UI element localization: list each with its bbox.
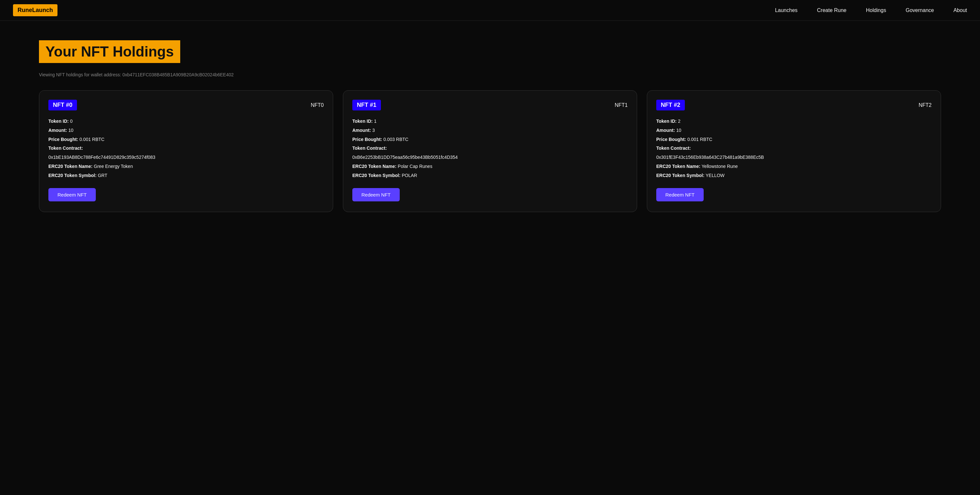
nft-card-0: NFT #0 NFT0 Token ID: 0 Amount: 10 Price…: [39, 90, 333, 212]
redeem-button-0[interactable]: Redeem NFT: [48, 188, 96, 201]
price-bought-1: Price Bought: 0.003 RBTC: [352, 136, 628, 143]
card-body-1: Token ID: 1 Amount: 3 Price Bought: 0.00…: [352, 118, 628, 180]
card-header-2: NFT #2 NFT2: [656, 100, 932, 110]
nav-link-create-rune[interactable]: Create Rune: [817, 8, 846, 13]
navbar: RuneLaunch LaunchesCreate RuneHoldingsGo…: [0, 0, 980, 21]
token-contract-label-1: Token Contract:: [352, 145, 628, 152]
erc20-symbol-2: ERC20 Token Symbol: YELLOW: [656, 172, 932, 180]
token-id-0: Token ID: 0: [48, 118, 324, 126]
token-contract-label-0: Token Contract:: [48, 145, 324, 152]
card-header-1: NFT #1 NFT1: [352, 100, 628, 110]
nft-badge-1: NFT #1: [352, 100, 381, 110]
token-id-2: Token ID: 2: [656, 118, 932, 126]
erc20-name-0: ERC20 Token Name: Gree Energy Token: [48, 163, 324, 170]
card-body-0: Token ID: 0 Amount: 10 Price Bought: 0.0…: [48, 118, 324, 180]
nft-label-2: NFT2: [919, 102, 932, 108]
redeem-button-1[interactable]: Redeem NFT: [352, 188, 400, 201]
nav-link-holdings[interactable]: Holdings: [866, 8, 886, 13]
redeem-button-2[interactable]: Redeem NFT: [656, 188, 704, 201]
erc20-symbol-0: ERC20 Token Symbol: GRT: [48, 172, 324, 180]
nav-link-launches[interactable]: Launches: [775, 8, 797, 13]
nav-link-about[interactable]: About: [953, 8, 967, 13]
main-content: Your NFT Holdings Viewing NFT holdings f…: [0, 21, 980, 232]
brand-logo[interactable]: RuneLaunch: [13, 4, 57, 16]
erc20-symbol-1: ERC20 Token Symbol: POLAR: [352, 172, 628, 180]
token-contract-1: 0xB6e2253bB1DD75eaa56c95be43Bb5051fc4D35…: [352, 154, 628, 161]
token-contract-0: 0x1bE193AB8Dc788Fe6c74491D829c359c5274f0…: [48, 154, 324, 161]
nav-link-governance[interactable]: Governance: [906, 8, 934, 13]
page-title: Your NFT Holdings: [39, 40, 180, 63]
nft-badge-2: NFT #2: [656, 100, 685, 110]
token-contract-2: 0x301fE3F43c156Eb938a643C27b481a9bE388Ec…: [656, 154, 932, 161]
card-body-2: Token ID: 2 Amount: 10 Price Bought: 0.0…: [656, 118, 932, 180]
nft-badge-0: NFT #0: [48, 100, 77, 110]
erc20-name-2: ERC20 Token Name: Yellowstone Rune: [656, 163, 932, 170]
nft-grid: NFT #0 NFT0 Token ID: 0 Amount: 10 Price…: [39, 90, 941, 212]
card-header-0: NFT #0 NFT0: [48, 100, 324, 110]
price-bought-2: Price Bought: 0.001 RBTC: [656, 136, 932, 143]
amount-0: Amount: 10: [48, 127, 324, 134]
wallet-info: Viewing NFT holdings for wallet address:…: [39, 72, 941, 77]
nft-label-0: NFT0: [311, 102, 324, 108]
nft-card-1: NFT #1 NFT1 Token ID: 1 Amount: 3 Price …: [343, 90, 637, 212]
price-bought-0: Price Bought: 0.001 RBTC: [48, 136, 324, 143]
token-contract-label-2: Token Contract:: [656, 145, 932, 152]
token-id-1: Token ID: 1: [352, 118, 628, 126]
nft-label-1: NFT1: [615, 102, 628, 108]
amount-1: Amount: 3: [352, 127, 628, 134]
erc20-name-1: ERC20 Token Name: Polar Cap Runes: [352, 163, 628, 170]
amount-2: Amount: 10: [656, 127, 932, 134]
nav-links: LaunchesCreate RuneHoldingsGovernanceAbo…: [775, 8, 967, 13]
nft-card-2: NFT #2 NFT2 Token ID: 2 Amount: 10 Price…: [647, 90, 941, 212]
